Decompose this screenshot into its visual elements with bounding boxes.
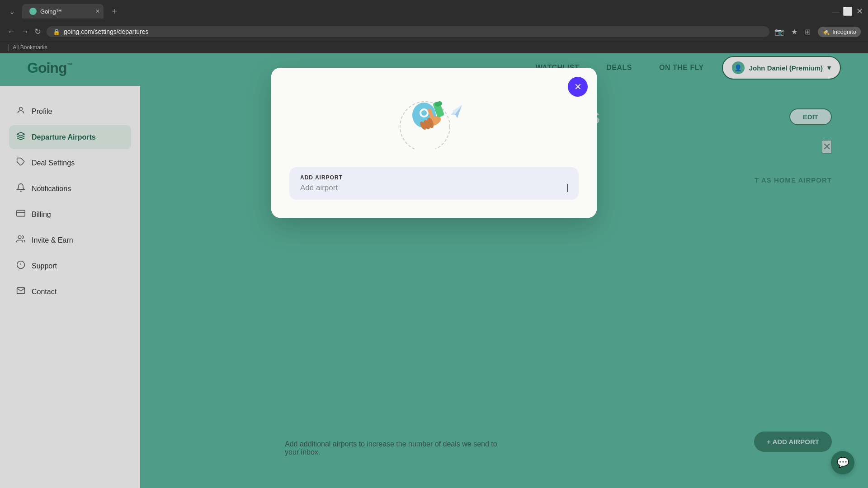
address-text: going.com/settings/departures (64, 28, 763, 35)
add-airport-modal: ✕ (271, 68, 597, 218)
maximize-button[interactable]: ⬜ (844, 8, 851, 14)
minimize-button[interactable]: — (833, 8, 839, 14)
camera-off-icon[interactable]: 📷 (775, 28, 784, 36)
bookmarks-bar: | All Bookmarks (0, 41, 868, 53)
close-window-button[interactable]: ✕ (856, 8, 863, 14)
all-bookmarks-link[interactable]: All Bookmarks (13, 44, 47, 51)
lock-icon: 🔒 (53, 28, 60, 35)
address-input-wrap[interactable]: 🔒 going.com/settings/departures (47, 26, 769, 37)
incognito-label: Incognito (832, 28, 856, 35)
incognito-badge: 🕵 Incognito (818, 27, 861, 37)
close-icon: ✕ (574, 81, 582, 92)
airport-illustration (384, 86, 484, 149)
page-content: Going™ WATCHLIST DEALS ON THE FLY 👤 John… (0, 50, 868, 488)
field-label: ADD AIRPORT (300, 174, 568, 181)
incognito-icon: 🕵 (822, 28, 830, 35)
bookmarks-divider: | (7, 43, 9, 52)
browser-actions: 📷 ★ ⊞ 🕵 Incognito (775, 27, 861, 37)
airport-input-field[interactable]: ADD AIRPORT Add airport (289, 167, 579, 200)
modal-illustration (271, 68, 597, 158)
tab-list-button[interactable]: ⌄ (5, 5, 19, 18)
browser-chrome: ⌄ Going™ ✕ + — ⬜ ✕ ← → ↻ 🔒 going.com/set… (0, 0, 868, 50)
browser-title-bar: ⌄ Going™ ✕ + — ⬜ ✕ (0, 0, 868, 23)
back-button[interactable]: ← (7, 27, 15, 37)
modal-close-button[interactable]: ✕ (568, 77, 588, 97)
active-tab[interactable]: Going™ ✕ (22, 4, 104, 19)
new-tab-button[interactable]: + (107, 5, 122, 19)
window-controls: — ⬜ ✕ (833, 8, 863, 14)
modal-overlay: ✕ (0, 50, 868, 488)
address-bar: ← → ↻ 🔒 going.com/settings/departures 📷 … (0, 23, 868, 41)
forward-button[interactable]: → (21, 27, 29, 37)
reload-button[interactable]: ↻ (34, 27, 41, 37)
svg-point-11 (421, 110, 427, 116)
text-cursor (567, 184, 568, 192)
bookmark-icon[interactable]: ★ (791, 28, 797, 36)
tab-title: Going™ (40, 8, 62, 15)
layout-icon[interactable]: ⊞ (805, 28, 811, 36)
airport-input[interactable]: Add airport (300, 183, 566, 192)
chat-icon: 💬 (837, 457, 849, 469)
chat-button[interactable]: 💬 (831, 451, 854, 474)
tab-close-button[interactable]: ✕ (95, 8, 100, 14)
modal-body: ADD AIRPORT Add airport (271, 158, 597, 218)
tab-favicon (29, 8, 37, 15)
